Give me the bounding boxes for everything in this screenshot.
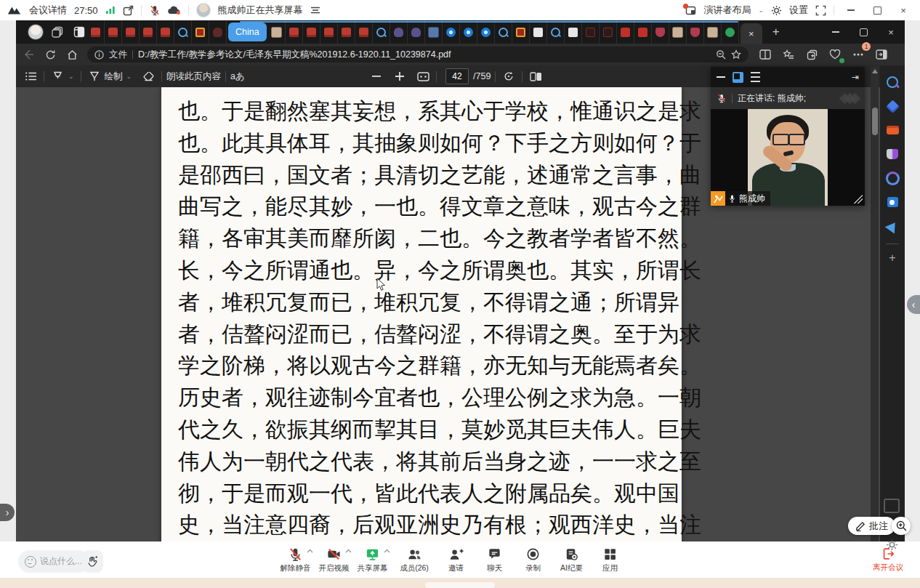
panel-minimize-icon[interactable] (717, 76, 725, 78)
raise-hand-button[interactable] (81, 550, 103, 573)
meeting-details-button[interactable]: 会议详情 (29, 4, 67, 17)
pinned-tab-text-red[interactable] (582, 20, 600, 44)
sidebar-tag-icon[interactable] (885, 99, 900, 113)
sidebar-outlook-icon[interactable] (885, 195, 900, 209)
pinned-tab-ie[interactable] (477, 20, 495, 44)
sidebar-toggle-icon[interactable] (872, 45, 891, 64)
pinned-tab-image[interactable] (669, 20, 687, 44)
pinned-tab-search[interactable] (373, 20, 390, 44)
pinned-tab-cloud-red[interactable] (209, 20, 227, 44)
page-number-input[interactable]: 42 (445, 68, 469, 84)
layout-dropdown-caret[interactable]: ⌄ (758, 7, 764, 14)
pinned-tab-search[interactable] (174, 20, 192, 44)
pinned-tab-pdf[interactable] (157, 20, 174, 44)
sidebar-settings-gear-icon[interactable] (886, 539, 898, 551)
panel-collapse-icon[interactable]: ⇥ (852, 72, 859, 82)
sidebar-games-icon[interactable] (885, 147, 900, 161)
pinned-tab-ie[interactable] (460, 20, 477, 44)
highlighter-icon[interactable] (49, 68, 66, 85)
scrollbar-thumb[interactable] (872, 108, 878, 135)
tab-close-button[interactable]: × (741, 23, 762, 44)
highlighter-dropdown-caret[interactable]: ⌄ (68, 73, 74, 80)
dropdown-caret-icon[interactable] (345, 549, 352, 553)
apps-button[interactable]: 应用 (591, 544, 629, 576)
panel-layout-icon[interactable] (733, 72, 743, 83)
copy-tab-icon[interactable] (802, 45, 821, 64)
mic-muted-status-icon[interactable] (149, 4, 161, 16)
pinned-tab-pdf[interactable] (303, 20, 320, 44)
pinned-tab-ie[interactable] (443, 20, 460, 44)
participant-video[interactable]: 熊成帅 (711, 109, 865, 206)
zoom-in-icon[interactable] (391, 68, 408, 85)
draw-dropdown-caret[interactable]: ⌄ (126, 73, 132, 80)
read-aloud-button[interactable]: 朗读此页内容 (166, 71, 221, 83)
open-external-icon[interactable] (123, 5, 134, 16)
annotate-button[interactable]: 批注 (848, 517, 895, 535)
pinned-tab-image-blue[interactable] (425, 20, 443, 44)
scrollbar-up-arrow[interactable] (872, 69, 878, 73)
text-options-button[interactable]: aあ (230, 71, 245, 83)
browser-profile-avatar[interactable] (28, 24, 44, 40)
pinned-tab-pdf[interactable] (286, 20, 303, 44)
pinned-tab-image[interactable] (704, 20, 722, 44)
pinned-tab-cloud-purple[interactable] (390, 20, 408, 44)
zoom-page-icon[interactable] (716, 49, 726, 60)
chat-input[interactable]: 说点什么... (18, 550, 89, 573)
panel-list-icon[interactable] (751, 72, 760, 82)
eraser-icon[interactable] (140, 68, 157, 85)
pinned-tab-green[interactable] (722, 20, 739, 44)
pinned-tab-pdf[interactable] (355, 20, 373, 44)
pinned-tab-pdf[interactable] (122, 20, 140, 44)
draw-label[interactable]: 绘制 (105, 71, 123, 83)
workspaces-icon[interactable] (71, 24, 87, 40)
pinned-tab-doc[interactable] (565, 20, 582, 44)
cloud-status-icon[interactable] (168, 5, 181, 15)
pinned-tab-person-red[interactable] (687, 20, 704, 44)
pinned-tab-pdf[interactable] (105, 20, 122, 44)
pinned-tab-doc[interactable] (530, 20, 547, 44)
home-icon[interactable] (62, 45, 81, 64)
window-restore-button[interactable] (868, 3, 887, 17)
new-tab-button[interactable]: + (767, 23, 786, 41)
pinned-tab-cloud-purple[interactable] (408, 20, 425, 44)
ai-notes-button[interactable]: AI纪要 (552, 544, 591, 576)
record-button[interactable]: 录制 (514, 544, 552, 576)
pinned-tab-pdf[interactable] (338, 20, 355, 44)
draw-pen-icon[interactable] (86, 68, 103, 85)
settings-button[interactable]: 设置 (789, 4, 808, 17)
mic-off-button[interactable]: 解除静音 (276, 544, 315, 576)
magnify-button[interactable] (892, 517, 911, 535)
fit-to-width-icon[interactable] (414, 68, 432, 85)
active-tab-china[interactable]: China (228, 23, 267, 41)
toc-icon[interactable] (22, 68, 39, 85)
pinned-tab-pdf[interactable] (320, 20, 338, 44)
chat-button[interactable]: 聊天 (475, 544, 514, 576)
back-icon[interactable] (19, 45, 38, 64)
fullscreen-icon[interactable] (815, 5, 826, 16)
sidebar-search-icon[interactable] (885, 75, 900, 89)
pinned-tab-tab-red[interactable] (634, 20, 652, 44)
browser-essentials-icon[interactable] (826, 45, 844, 64)
rotate-icon[interactable] (500, 68, 517, 85)
page-info-icon[interactable] (94, 50, 104, 60)
dropdown-caret-icon[interactable] (384, 549, 390, 553)
window-minimize-button[interactable] (842, 3, 860, 17)
pinned-tab-pdf[interactable] (87, 20, 105, 44)
browser-restore-button[interactable] (850, 20, 877, 44)
camera-off-button[interactable]: 开启视频 (315, 544, 353, 576)
split-screen-icon[interactable] (756, 45, 775, 64)
invite-button[interactable]: 邀请 (437, 544, 475, 576)
pinned-tab-tab-red[interactable] (617, 20, 634, 44)
browser-close-button[interactable]: × (877, 20, 905, 44)
sidebar-add-button[interactable]: + (889, 251, 895, 265)
members-button[interactable]: 成员(26) (392, 544, 437, 576)
pinned-tab-emblem[interactable] (192, 20, 209, 44)
speaker-layout-button[interactable]: 演讲者布局 (703, 4, 751, 17)
tab-stacks-icon[interactable] (49, 24, 65, 40)
window-close-button[interactable]: × (894, 3, 913, 17)
pinned-tab-text-red[interactable] (600, 20, 617, 44)
dropdown-caret-icon[interactable] (307, 549, 313, 553)
more-menu-icon[interactable]: 1 (849, 45, 868, 64)
sidebar-toolbox-icon[interactable] (885, 123, 900, 137)
screen-share-button[interactable]: 共享屏幕 (353, 544, 392, 576)
